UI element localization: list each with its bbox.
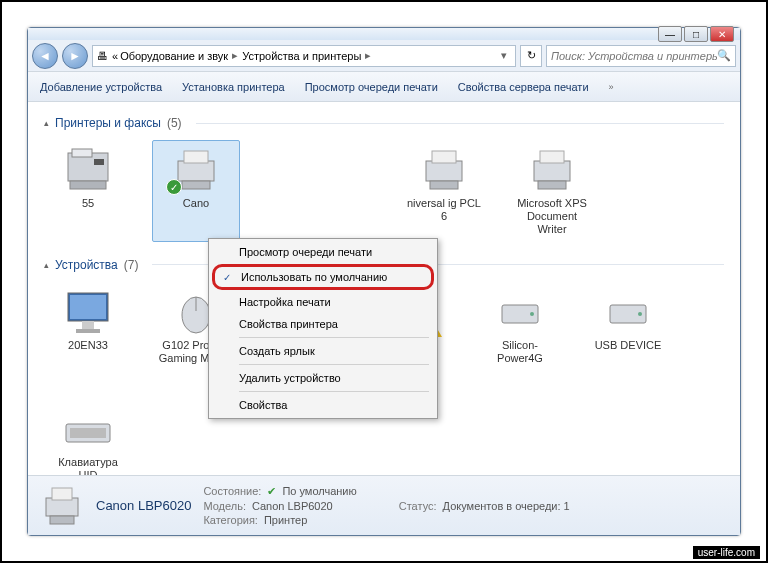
svg-rect-28 bbox=[70, 428, 106, 438]
category-label: Категория: bbox=[203, 514, 257, 526]
keyboard-icon bbox=[60, 404, 116, 452]
device-label: 55 bbox=[82, 197, 94, 210]
printer-icon: ✓ bbox=[168, 145, 224, 193]
device-item[interactable]: Silicon-Power4G bbox=[476, 282, 564, 384]
svg-rect-30 bbox=[52, 488, 72, 500]
printer-item[interactable]: 55 bbox=[44, 140, 132, 242]
svg-rect-7 bbox=[426, 161, 462, 181]
svg-rect-5 bbox=[184, 151, 208, 163]
install-printer-button[interactable]: Установка принтера bbox=[182, 81, 285, 93]
section-title: Принтеры и факсы bbox=[55, 116, 161, 130]
menu-label: Использовать по умолчанию bbox=[241, 271, 387, 283]
svg-rect-12 bbox=[538, 181, 566, 189]
minimize-button[interactable]: — bbox=[658, 26, 682, 42]
category-value: Принтер bbox=[264, 514, 307, 526]
section-header-printers[interactable]: ▴ Принтеры и факсы (5) bbox=[44, 116, 724, 130]
device-label: Silicon-Power4G bbox=[481, 339, 559, 365]
explorer-window: — □ ✕ ◄ ► 🖶 « Оборудование и звук ▸ Устр… bbox=[27, 27, 741, 536]
divider bbox=[239, 364, 429, 365]
back-button[interactable]: ◄ bbox=[32, 43, 58, 69]
model-value: Canon LBP6020 bbox=[252, 500, 333, 512]
search-input[interactable] bbox=[551, 50, 717, 62]
state-value: По умолчанию bbox=[282, 485, 356, 498]
watermark: user-life.com bbox=[693, 546, 760, 559]
monitor-icon bbox=[60, 287, 116, 335]
toolbar: Добавление устройства Установка принтера… bbox=[28, 72, 740, 102]
chevron-right-icon[interactable]: » bbox=[609, 82, 614, 92]
svg-rect-15 bbox=[82, 321, 94, 329]
breadcrumb-item[interactable]: Оборудование и звук bbox=[120, 50, 228, 62]
nav-bar: ◄ ► 🖶 « Оборудование и звук ▸ Устройства… bbox=[28, 40, 740, 72]
svg-point-26 bbox=[638, 312, 642, 316]
chevron-right-icon: ▸ bbox=[365, 49, 371, 62]
state-label: Состояние: bbox=[203, 485, 261, 498]
device-item[interactable]: USB DEVICE bbox=[584, 282, 672, 384]
menu-view-queue[interactable]: Просмотр очереди печати bbox=[211, 241, 435, 263]
svg-point-24 bbox=[530, 312, 534, 316]
menu-set-default[interactable]: ✓ Использовать по умолчанию bbox=[212, 264, 434, 290]
svg-rect-10 bbox=[534, 161, 570, 181]
breadcrumb-chevron-icon: « bbox=[112, 50, 118, 62]
fax-icon bbox=[60, 145, 116, 193]
device-label: Cano bbox=[183, 197, 209, 210]
check-icon: ✓ bbox=[223, 272, 231, 283]
check-icon: ✔ bbox=[267, 485, 276, 498]
details-pane: Canon LBP6020 Состояние: ✔ По умолчанию … bbox=[28, 475, 740, 535]
svg-rect-11 bbox=[540, 151, 564, 163]
device-label: niversal ig PCL 6 bbox=[405, 197, 483, 223]
printer-item[interactable]: niversal ig PCL 6 bbox=[400, 140, 488, 242]
menu-properties[interactable]: Свойства bbox=[211, 394, 435, 416]
chevron-right-icon: ▸ bbox=[232, 49, 238, 62]
svg-rect-4 bbox=[178, 161, 214, 181]
context-menu: Просмотр очереди печати ✓ Использовать п… bbox=[208, 238, 438, 419]
svg-rect-6 bbox=[182, 181, 210, 189]
status-value: Документов в очереди: 1 bbox=[443, 500, 570, 512]
collapse-icon: ▴ bbox=[44, 118, 49, 128]
search-box[interactable]: 🔍 bbox=[546, 45, 736, 67]
chevron-down-icon[interactable]: ▾ bbox=[497, 49, 511, 62]
svg-rect-14 bbox=[70, 295, 106, 319]
divider bbox=[196, 123, 724, 124]
device-label: Клавиатура HID bbox=[49, 456, 127, 475]
svg-rect-8 bbox=[432, 151, 456, 163]
breadcrumb[interactable]: 🖶 « Оборудование и звук ▸ Устройства и п… bbox=[92, 45, 516, 67]
section-title: Устройства bbox=[55, 258, 118, 272]
drive-icon bbox=[600, 287, 656, 335]
menu-remove-device[interactable]: Удалить устройство bbox=[211, 367, 435, 389]
view-queue-button[interactable]: Просмотр очереди печати bbox=[305, 81, 438, 93]
section-count: (5) bbox=[167, 116, 182, 130]
close-button[interactable]: ✕ bbox=[710, 26, 734, 42]
printer-item[interactable]: Microsoft XPS Document Writer bbox=[508, 140, 596, 242]
menu-printer-properties[interactable]: Свойства принтера bbox=[211, 313, 435, 335]
model-label: Модель: bbox=[203, 500, 246, 512]
default-check-icon: ✓ bbox=[166, 179, 182, 195]
device-label: USB DEVICE bbox=[595, 339, 662, 352]
details-col2: Состояние: ✔ По умолчанию Модель: Canon … bbox=[203, 485, 356, 526]
device-item[interactable]: 20EN33 bbox=[44, 282, 132, 384]
forward-button[interactable]: ► bbox=[62, 43, 88, 69]
svg-rect-9 bbox=[430, 181, 458, 189]
device-item[interactable]: Клавиатура HID bbox=[44, 399, 132, 475]
svg-rect-29 bbox=[46, 498, 78, 516]
content-area: ▴ Принтеры и факсы (5) 55 ✓ Cano bbox=[28, 102, 740, 475]
titlebar: — □ ✕ bbox=[28, 28, 740, 40]
divider bbox=[239, 337, 429, 338]
refresh-button[interactable]: ↻ bbox=[520, 45, 542, 67]
printer-item-selected[interactable]: ✓ Cano bbox=[152, 140, 240, 242]
details-title: Canon LBP6020 bbox=[96, 498, 191, 513]
menu-create-shortcut[interactable]: Создать ярлык bbox=[211, 340, 435, 362]
maximize-button[interactable]: □ bbox=[684, 26, 708, 42]
svg-rect-31 bbox=[50, 516, 74, 524]
svg-rect-2 bbox=[94, 159, 104, 165]
printer-icon bbox=[416, 145, 472, 193]
details-col1: Canon LBP6020 bbox=[96, 498, 191, 513]
server-properties-button[interactable]: Свойства сервера печати bbox=[458, 81, 589, 93]
device-label: 20EN33 bbox=[68, 339, 108, 352]
svg-rect-16 bbox=[76, 329, 100, 333]
add-device-button[interactable]: Добавление устройства bbox=[40, 81, 162, 93]
menu-print-settings[interactable]: Настройка печати bbox=[211, 291, 435, 313]
search-icon: 🔍 bbox=[717, 49, 731, 62]
device-label: Microsoft XPS Document Writer bbox=[513, 197, 591, 237]
breadcrumb-item[interactable]: Устройства и принтеры bbox=[242, 50, 361, 62]
printer-icon bbox=[40, 484, 84, 528]
